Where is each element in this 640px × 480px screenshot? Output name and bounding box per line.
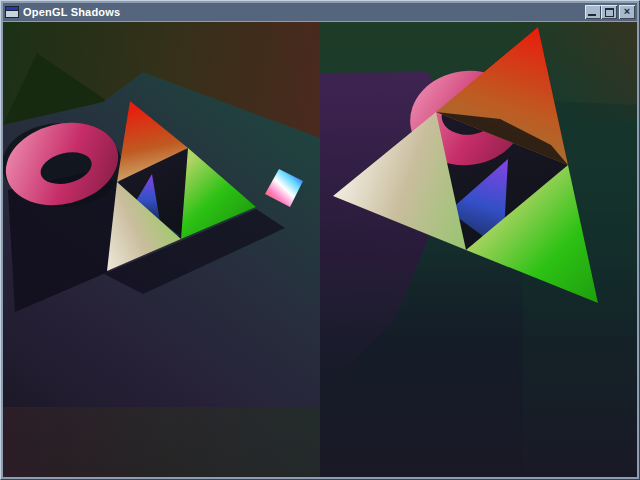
- maximize-icon: [605, 8, 614, 17]
- window-title: OpenGL Shadows: [23, 3, 585, 21]
- close-icon: ×: [624, 5, 630, 17]
- right-viewport: [320, 22, 637, 477]
- opengl-render-canvas: [3, 22, 637, 477]
- minimize-icon: [588, 14, 596, 16]
- window-icon[interactable]: [5, 6, 19, 18]
- window-controls: ×: [585, 5, 635, 19]
- titlebar[interactable]: OpenGL Shadows ×: [3, 3, 637, 21]
- left-viewport: [3, 22, 320, 477]
- scene-svg: [3, 22, 637, 477]
- window-icon-body: [6, 11, 18, 17]
- maximize-button[interactable]: [601, 5, 617, 19]
- close-button[interactable]: ×: [619, 5, 635, 19]
- left-floor-bottom-tint: [3, 407, 320, 477]
- app-window: OpenGL Shadows ×: [0, 0, 640, 480]
- minimize-button[interactable]: [585, 5, 601, 19]
